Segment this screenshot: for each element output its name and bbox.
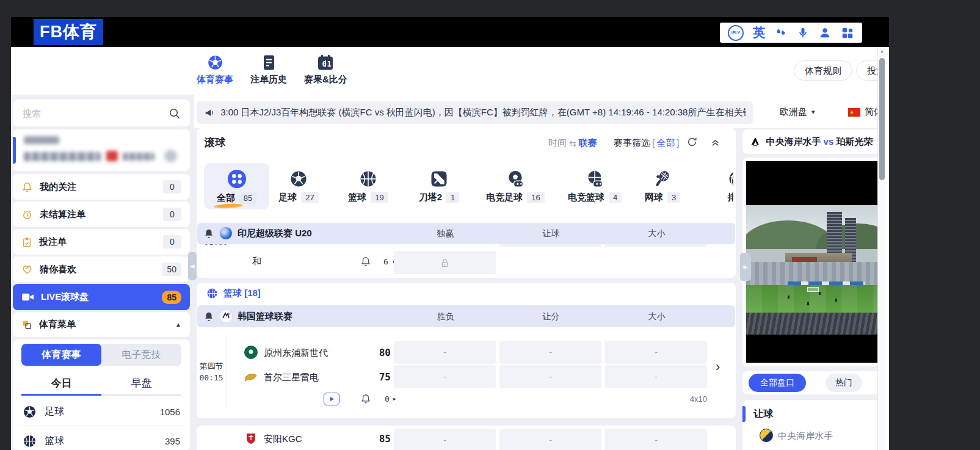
sport-tab-dota2[interactable]: 刀塔2 1 [415,163,463,209]
tabs-scroll-right-handle[interactable]: ▶ [740,253,751,281]
match-title-home: 中央海岸水手 [766,136,821,147]
all-sports-icon [227,169,247,189]
sort-swap-icon: ⇆ [569,139,576,148]
match-title-vs: vs [824,136,834,147]
day-tabs-active-underline [21,394,101,396]
tab-count: 16 [527,192,544,203]
league-header-indonesia-u20[interactable]: 印尼超级联赛 U20 独赢 让球 大小 [197,223,735,244]
app-logo[interactable]: FB体育 [34,19,103,45]
sort-toggle[interactable]: 时间 ⇆ 联赛 [548,137,597,149]
player-dot [788,296,789,299]
apps-grid-icon[interactable] [841,26,854,40]
collapse-panel-icon[interactable] [710,136,721,148]
section-title-text: 篮球 [18] [223,288,261,299]
sidebar-item-unsettled-bets[interactable]: 未结算注单 0 [13,201,190,227]
microphone-icon[interactable] [797,26,809,40]
user-accent-bar [13,137,16,164]
toggle-esports[interactable]: 电子竞技 [101,344,181,366]
search-icon[interactable] [169,107,180,119]
odds-empty: - [549,347,552,357]
sidebar-sport-football[interactable]: 足球 1056 [13,398,190,425]
toggle-sports[interactable]: 体育赛事 [21,344,101,366]
megaphone-icon [204,107,215,118]
a-league-icon [750,136,760,147]
tabs-scroll-left-handle[interactable]: ◀ [188,252,197,280]
ifly-icon[interactable]: iFLY [728,25,744,41]
play-stream-button[interactable] [324,393,339,405]
nav-tab-results-scores[interactable]: 0 1 赛果&比分 [304,54,347,85]
bell-icon[interactable] [360,256,371,267]
sort-time-label[interactable]: 时间 [548,137,567,149]
extension-toolbar: iFLY 英 [720,23,862,43]
match-selector[interactable]: 中央海岸水手 vs 珀斯光荣 ▾ [742,129,889,154]
quote-translate-icon[interactable] [774,26,788,40]
market-team-name: 中央海岸水手 [778,430,833,442]
translate-lang-badge[interactable]: 英 [753,24,765,41]
sort-league-label[interactable]: 联赛 [579,137,597,149]
sidebar-item-label: 猜你喜欢 [40,264,155,275]
basketball-section-card: 篮球 [18] 韩国篮球联赛 胜负 让分 [197,283,736,418]
sport-tab-tennis[interactable]: 网球 3 [642,163,683,209]
column-header-overunder: 大小 [606,311,708,322]
expand-markets-icon[interactable]: ▸ [393,396,396,402]
user-account-card[interactable] [13,129,190,171]
tab-early-market[interactable]: 早盘 [101,371,181,394]
sidebar-item-recommended[interactable]: 猜你喜欢 50 [13,256,190,282]
count-badge: 0 [163,208,181,221]
live-rolling-panel: 滚球 时间 ⇆ 联赛 赛事筛选 [ 全部 ] [197,128,736,278]
sidebar-item-favorites[interactable]: 我的关注 0 [13,174,190,200]
refresh-balance-icon[interactable] [164,150,177,162]
odds-type-select[interactable]: 欧洲盘 ▾ [780,106,815,118]
scrollbar-thumb[interactable] [879,58,885,180]
sidebar-item-label: 投注单 [39,236,156,248]
refresh-icon[interactable] [686,136,698,148]
vertical-scrollbar[interactable]: ▲ [877,47,885,450]
scroll-up-arrow[interactable]: ▲ [878,49,886,53]
filter-bracket: [ [652,137,655,149]
bell-icon[interactable] [203,311,214,322]
stadium-scene [746,205,885,335]
tab-hot-markets[interactable]: 热门 [826,374,862,392]
search-input[interactable] [23,108,157,118]
nav-tab-label: 注单历史 [250,74,287,85]
tab-all-markets[interactable]: 全部盘口 [749,374,806,392]
sport-tab-ebasketball[interactable]: 电竞篮球 4 [563,163,626,209]
sport-tab-all[interactable]: 全部 85 [204,163,269,209]
video-player[interactable] [746,161,885,363]
user-icon[interactable] [818,26,832,40]
event-filter[interactable]: 赛事筛选 [ 全部 ] [614,137,679,149]
odds-empty: - [549,372,552,382]
tab-label: 足球 [278,192,297,203]
sport-tab-esoccer[interactable]: 电竞足球 16 [482,163,548,209]
more-markets-chevron[interactable]: › [716,359,720,375]
video-camera-icon [21,292,34,302]
tennis-racket-icon [653,170,672,188]
bell-icon[interactable] [203,228,214,239]
match-title: 中央海岸水手 vs 珀斯光荣 [766,136,873,148]
collapse-triangle-icon[interactable]: ▲ [175,321,181,328]
soccer-ball-icon [23,405,37,419]
sidebar-item-bet-slip[interactable]: 投注单 0 [13,229,190,255]
panel-title: 滚球 [205,136,225,150]
blurred-username [24,136,59,144]
blurred-balance [123,153,154,161]
announcement-bar[interactable]: 3:00 日本J2/J3百年构想联赛 (横滨FC vs 秋田蓝闪电)，因【横滨F… [197,101,753,124]
sports-rules-button[interactable]: 体育规则 [794,60,852,81]
sport-tab-volleyball[interactable]: 排球 [716,163,733,209]
sport-tab-basketball[interactable]: 篮球 19 [346,163,391,209]
next-match-card[interactable]: 安阳KGC 85 - - - [197,426,736,450]
basketball-icon [206,288,218,299]
team-logo [244,370,258,383]
draw-row: 和 6 ▸ [197,247,736,278]
league-header-kbl[interactable]: 韩国篮球联赛 胜负 让分 大小 [197,305,735,327]
tab-today[interactable]: 今日 [21,371,101,394]
sport-tab-football[interactable]: 足球 27 [276,163,321,209]
sidebar-item-sports-menu[interactable]: 体育菜单 ▲ [13,312,190,337]
nav-tab-bet-history[interactable]: 注单历史 [250,54,287,85]
nav-tab-sports[interactable]: 体育赛事 [197,54,233,85]
sidebar-item-live-rolling[interactable]: LIVE滚球盘 85 [13,284,190,310]
team-name: 安阳KGC [264,434,302,445]
bell-icon[interactable] [360,393,371,404]
odds-cell: - [499,365,601,388]
sidebar-sport-basketball[interactable]: 篮球 395 [13,427,190,450]
